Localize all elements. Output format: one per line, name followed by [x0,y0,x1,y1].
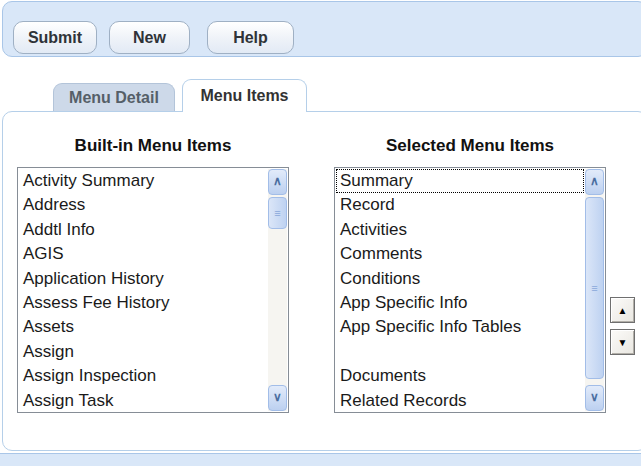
list-item[interactable]: Documents [336,364,584,388]
scroll-up-icon[interactable]: ∧ [268,169,287,195]
list-item[interactable]: AGIS [19,242,267,266]
down-arrow-icon: ▼ [618,337,628,348]
builtin-menu-items-listbox[interactable]: Activity Summary Address Addtl Info AGIS… [17,167,289,413]
list-item[interactable]: Address [19,193,267,217]
list-item[interactable]: App Specific Info [336,291,584,315]
tab-menu-items[interactable]: Menu Items [182,79,307,112]
selected-menu-items-listbox[interactable]: Summary Record Activities Comments Condi… [334,167,606,413]
submit-button[interactable]: Submit [13,21,97,54]
up-arrow-icon: ▲ [618,305,628,316]
toolbar: Submit New Help [2,1,641,57]
list-item-focused[interactable]: Summary [336,169,584,193]
list-item[interactable]: App Specific Info Tables [336,315,584,339]
bottom-strip [0,453,641,466]
scrollbar-thumb[interactable]: ≡ [268,197,287,229]
builtin-list-title: Built-in Menu Items [18,136,288,156]
scrollbar-thumb[interactable]: ≡ [585,197,604,379]
list-item[interactable]: Record [336,193,584,217]
new-button[interactable]: New [109,21,190,54]
tab-menu-detail[interactable]: Menu Detail [53,83,175,112]
move-down-button[interactable]: ▼ [610,329,635,355]
scroll-down-icon[interactable]: ∨ [585,385,604,411]
selected-list-title: Selected Menu Items [335,136,605,156]
list-item[interactable]: Addtl Info [19,218,267,242]
thumb-grip-icon: ≡ [591,282,597,294]
help-button[interactable]: Help [207,21,294,54]
list-item[interactable] [336,340,584,364]
thumb-grip-icon: ≡ [274,207,280,219]
list-item[interactable]: Activity Summary [19,169,267,193]
selected-scrollbar[interactable]: ∧ ≡ ∨ [585,169,604,411]
list-item[interactable]: Assess Fee History [19,291,267,315]
list-item[interactable]: Related Records [336,389,584,411]
list-item[interactable]: Activities [336,218,584,242]
builtin-list-items: Activity Summary Address Addtl Info AGIS… [19,169,267,411]
list-item[interactable]: Conditions [336,267,584,291]
scroll-down-icon[interactable]: ∨ [268,385,287,411]
move-up-button[interactable]: ▲ [610,297,635,323]
builtin-scrollbar[interactable]: ∧ ≡ ∨ [268,169,287,411]
list-item[interactable]: Comments [336,242,584,266]
selected-list-items: Summary Record Activities Comments Condi… [336,169,584,411]
list-item[interactable]: Assign Task [19,389,267,411]
list-item[interactable]: Assign [19,340,267,364]
list-item[interactable]: Assets [19,315,267,339]
scroll-up-icon[interactable]: ∧ [585,169,604,195]
list-item[interactable]: Application History [19,267,267,291]
list-item[interactable]: Assign Inspection [19,364,267,388]
